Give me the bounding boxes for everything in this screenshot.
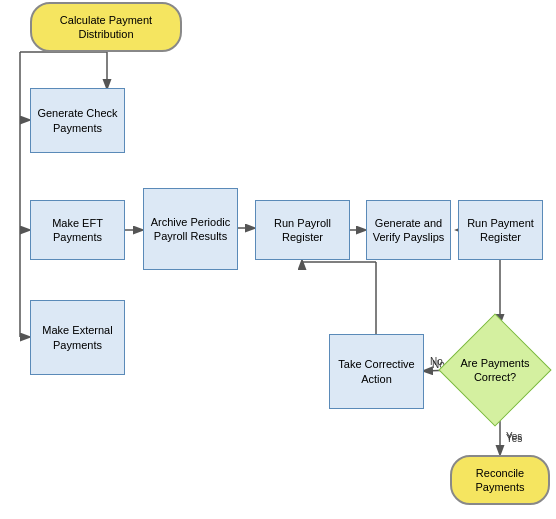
archive-label: Archive Periodic Payroll Results [144,215,237,244]
flowchart: Yes No Yes No Calculate Payment Distribu… [0,0,556,519]
generate-check-label: Generate Check Payments [31,106,124,135]
calculate-label: Calculate Payment Distribution [42,13,170,42]
reconcile-label: Reconcile Payments [462,466,538,495]
generate-check-node: Generate Check Payments [30,88,125,153]
make-eft-label: Make EFT Payments [31,216,124,245]
run-payroll-register-label: Run Payroll Register [256,216,349,245]
reconcile-node: Reconcile Payments [450,455,550,505]
archive-node: Archive Periodic Payroll Results [143,188,238,270]
calculate-payment-node: Calculate Payment Distribution [30,2,182,52]
corrective-action-node: Take Corrective Action [329,334,424,409]
make-external-label: Make External Payments [31,323,124,352]
corrective-label: Take Corrective Action [330,357,423,386]
svg-text:Yes: Yes [506,433,522,444]
run-payroll-register-node: Run Payroll Register [255,200,350,260]
make-eft-node: Make EFT Payments [30,200,125,260]
yes-label: Yes [506,431,522,442]
run-payment-register-label: Run Payment Register [459,216,542,245]
payments-correct-label: Are Payments Correct? [455,356,535,385]
make-external-node: Make External Payments [30,300,125,375]
run-payment-register-node: Run Payment Register [458,200,543,260]
payments-correct-node: Are Payments Correct? [450,325,540,415]
generate-verify-label: Generate and Verify Payslips [367,216,450,245]
generate-verify-node: Generate and Verify Payslips [366,200,451,260]
